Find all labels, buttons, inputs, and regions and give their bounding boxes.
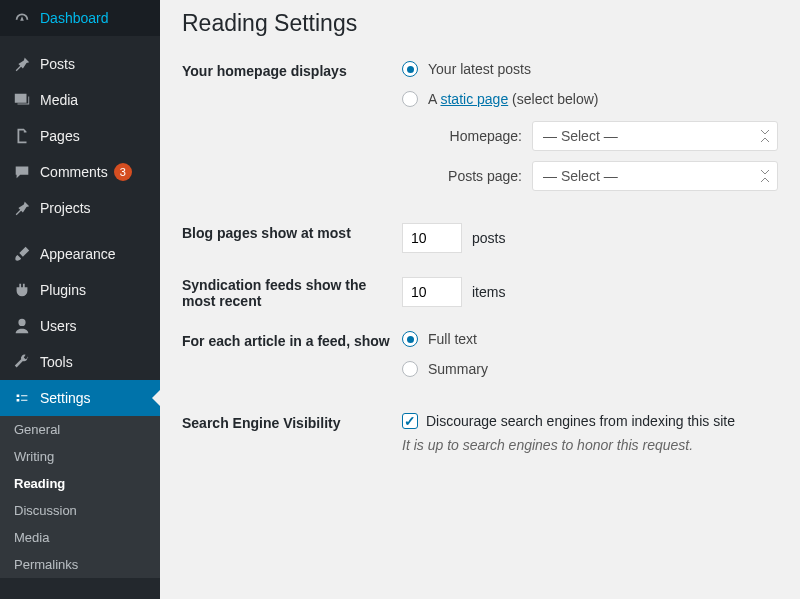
label-posts-page: Posts page: [422, 168, 522, 184]
plugin-icon [12, 280, 32, 300]
radio-icon [402, 61, 418, 77]
sidebar-item-label: Dashboard [40, 10, 109, 26]
admin-sidebar: Dashboard Posts Media Pages Comments 3 P… [0, 0, 160, 599]
sidebar-item-users[interactable]: Users [0, 308, 160, 344]
page-title: Reading Settings [182, 10, 778, 37]
search-engine-description: It is up to search engines to honor this… [402, 437, 778, 453]
row-blog-pages: Blog pages show at most posts [182, 223, 778, 253]
label-article-feed: For each article in a feed, show [182, 331, 402, 391]
radio-label: Full text [428, 331, 477, 347]
radio-icon [402, 331, 418, 347]
radio-static-page[interactable]: A static page (select below) [402, 91, 778, 107]
sidebar-item-label: Posts [40, 56, 75, 72]
media-icon [12, 90, 32, 110]
sidebar-item-settings[interactable]: Settings [0, 380, 160, 416]
sidebar-item-tools[interactable]: Tools [0, 344, 160, 380]
radio-latest-posts[interactable]: Your latest posts [402, 61, 778, 77]
submenu-item-writing[interactable]: Writing [0, 443, 160, 470]
radio-label: Summary [428, 361, 488, 377]
checkbox-label: Discourage search engines from indexing … [426, 413, 735, 429]
pin-icon [12, 198, 32, 218]
sidebar-item-label: Users [40, 318, 77, 334]
sidebar-item-label: Projects [40, 200, 91, 216]
row-posts-page-select: Posts page: — Select — [422, 161, 778, 191]
checkbox-icon [402, 413, 418, 429]
label-homepage-displays: Your homepage displays [182, 61, 402, 201]
row-homepage-displays: Your homepage displays Your latest posts… [182, 61, 778, 201]
select-homepage[interactable]: — Select — [532, 121, 778, 151]
page-icon [12, 126, 32, 146]
input-blog-pages-count[interactable] [402, 223, 462, 253]
unit-items: items [472, 284, 505, 300]
sidebar-item-media[interactable]: Media [0, 82, 160, 118]
row-homepage-select: Homepage: — Select — [422, 121, 778, 151]
submenu-item-permalinks[interactable]: Permalinks [0, 551, 160, 578]
settings-icon [12, 388, 32, 408]
sidebar-item-label: Settings [40, 390, 91, 406]
sidebar-item-label: Comments [40, 164, 108, 180]
label-search-engine: Search Engine Visibility [182, 413, 402, 453]
submenu-item-reading[interactable]: Reading [0, 470, 160, 497]
sidebar-item-label: Media [40, 92, 78, 108]
static-page-link[interactable]: static page [440, 91, 508, 107]
sidebar-item-label: Tools [40, 354, 73, 370]
radio-icon [402, 361, 418, 377]
submenu-item-media[interactable]: Media [0, 524, 160, 551]
radio-icon [402, 91, 418, 107]
main-content: Reading Settings Your homepage displays … [160, 0, 800, 599]
submenu-item-discussion[interactable]: Discussion [0, 497, 160, 524]
submenu-item-general[interactable]: General [0, 416, 160, 443]
sidebar-item-comments[interactable]: Comments 3 [0, 154, 160, 190]
pin-icon [12, 54, 32, 74]
radio-label: Your latest posts [428, 61, 531, 77]
sidebar-item-posts[interactable]: Posts [0, 46, 160, 82]
sidebar-item-appearance[interactable]: Appearance [0, 236, 160, 272]
sidebar-item-pages[interactable]: Pages [0, 118, 160, 154]
sidebar-item-plugins[interactable]: Plugins [0, 272, 160, 308]
dashboard-icon [12, 8, 32, 28]
checkbox-discourage-search-engines[interactable]: Discourage search engines from indexing … [402, 413, 778, 429]
comments-badge: 3 [114, 163, 132, 181]
label-blog-pages: Blog pages show at most [182, 223, 402, 253]
brush-icon [12, 244, 32, 264]
sidebar-item-label: Pages [40, 128, 80, 144]
settings-submenu: General Writing Reading Discussion Media… [0, 416, 160, 578]
sidebar-item-label: Appearance [40, 246, 116, 262]
user-icon [12, 316, 32, 336]
sidebar-item-label: Plugins [40, 282, 86, 298]
label-syndication: Syndication feeds show the most recent [182, 275, 402, 309]
unit-posts: posts [472, 230, 505, 246]
radio-full-text[interactable]: Full text [402, 331, 778, 347]
row-syndication: Syndication feeds show the most recent i… [182, 275, 778, 309]
sidebar-item-dashboard[interactable]: Dashboard [0, 0, 160, 36]
sidebar-item-projects[interactable]: Projects [0, 190, 160, 226]
comment-icon [12, 162, 32, 182]
wrench-icon [12, 352, 32, 372]
label-homepage: Homepage: [422, 128, 522, 144]
row-search-engine: Search Engine Visibility Discourage sear… [182, 413, 778, 453]
radio-summary[interactable]: Summary [402, 361, 778, 377]
row-article-feed: For each article in a feed, show Full te… [182, 331, 778, 391]
select-posts-page[interactable]: — Select — [532, 161, 778, 191]
input-syndication-count[interactable] [402, 277, 462, 307]
